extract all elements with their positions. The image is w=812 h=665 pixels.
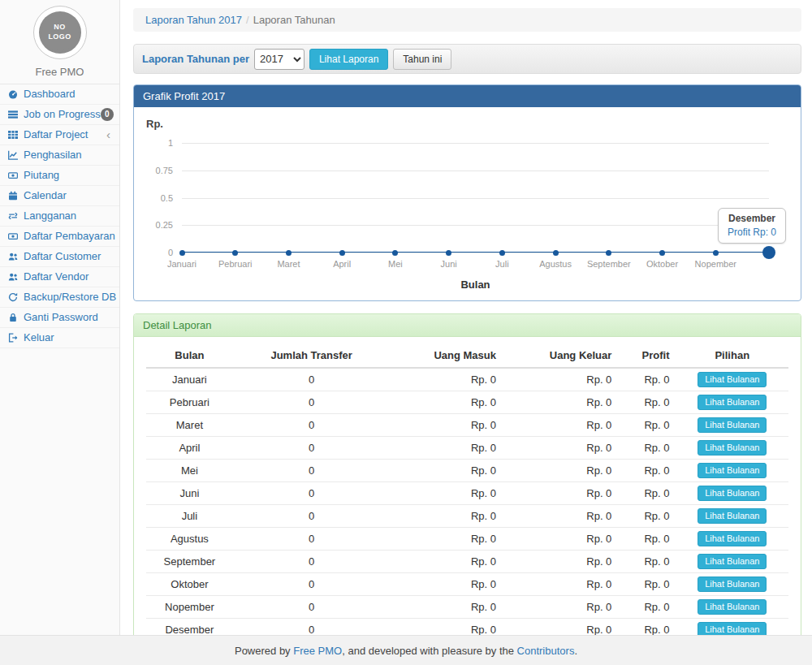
brand: NO LOGO Free PMO [0,0,119,78]
lihat-bulanan-button[interactable]: Lihat Bulanan [698,508,767,524]
detail-report-panel: Detail Laporan BulanJumlah TransferUang … [133,313,801,665]
lihat-bulanan-button[interactable]: Lihat Bulanan [698,599,767,615]
lihat-bulanan-button[interactable]: Lihat Bulanan [698,372,767,387]
cell-pilihan: Lihat Bulanan [676,573,788,596]
cell-pilihan: Lihat Bulanan [676,437,788,460]
sidebar-item-label: Job on Progress [24,108,101,121]
report-row-nopember: Nopember0Rp. 0Rp. 0Rp. 0Lihat Bulanan [146,596,788,619]
cell-uang-keluar: Rp. 0 [503,528,618,551]
chart-y-tick: 0 [140,248,173,257]
chart-point-januari[interactable] [179,250,185,256]
sidebar-item-keluar[interactable]: Keluar [0,328,119,348]
cell-uang-keluar: Rp. 0 [503,437,618,460]
chart-x-tick: April [333,259,351,269]
sidebar-item-job-on-progress[interactable]: Job on Progress0 [0,105,119,125]
chart-point-agustus[interactable] [553,250,559,256]
lihat-bulanan-button[interactable]: Lihat Bulanan [698,440,767,456]
lihat-bulanan-button[interactable]: Lihat Bulanan [698,531,767,546]
page: NO LOGO Free PMO DashboardJob on Progres… [0,0,812,665]
footer-text: Powered by Free PMO, and developed with … [235,645,577,657]
chart-point-pebruari[interactable] [232,250,238,256]
sidebar-item-dashboard[interactable]: Dashboard [0,84,119,105]
report-row-pebruari: Pebruari0Rp. 0Rp. 0Rp. 0Lihat Bulanan [146,391,788,414]
tooltip-month: Desember [728,213,776,224]
cell-bulan: Nopember [146,596,233,619]
chart-y-tick: 0.75 [140,166,173,175]
lihat-bulanan-button[interactable]: Lihat Bulanan [698,395,767,410]
report-table-header-row: BulanJumlah TransferUang MasukUang Kelua… [146,343,788,368]
chart-point-mei[interactable] [392,250,398,256]
refresh-icon [8,292,19,302]
lihat-bulanan-button[interactable]: Lihat Bulanan [698,576,767,592]
no-logo-badge: NO LOGO [39,11,81,54]
sidebar-item-label: Daftar Vendor [24,270,89,283]
cell-bulan: Juli [146,505,233,528]
sidebar-item-penghasilan[interactable]: Penghasilan [0,145,119,166]
line-chart-icon [8,150,19,160]
cell-uang-masuk: Rp. 0 [391,414,503,437]
users-icon [8,272,19,282]
breadcrumb-current: Laporan Tahunan [253,14,335,26]
filter-label: Laporan Tahunan per [142,53,249,65]
chart-point-juli[interactable] [499,250,505,256]
view-report-button[interactable]: Lihat Laporan [309,49,388,70]
this-year-button[interactable]: Tahun ini [393,49,451,70]
chart-y-tick: 0.25 [140,220,173,230]
money-icon [8,171,19,180]
sidebar-item-piutang[interactable]: Piutang [0,166,119,186]
footer-link-freepmo[interactable]: Free PMO [293,645,342,657]
chart-point-nopember[interactable] [713,250,719,256]
sidebar-item-langganan[interactable]: Langganan [0,206,119,227]
chart-point-desember[interactable] [762,246,775,259]
report-row-juni: Juni0Rp. 0Rp. 0Rp. 0Lihat Bulanan [146,482,788,505]
profit-line-chart: Rp. Desember Profit Rp: 0 10.750.50.250 … [134,107,801,300]
cell-uang-masuk: Rp. 0 [391,460,503,482]
cell-jumlah-transfer: 0 [233,505,391,528]
chart-point-april[interactable] [339,250,345,256]
sidebar: NO LOGO Free PMO DashboardJob on Progres… [0,0,120,635]
chart-x-tick: Januari [167,259,197,269]
lihat-bulanan-button[interactable]: Lihat Bulanan [698,554,767,569]
lihat-bulanan-button[interactable]: Lihat Bulanan [698,486,767,501]
footer-link-contributors[interactable]: Contributors [517,645,575,657]
report-row-januari: Januari0Rp. 0Rp. 0Rp. 0Lihat Bulanan [146,368,788,391]
chart-y-tick: 1 [140,138,173,148]
chart-plot-area: Desember Profit Rp: 0 10.750.50.250 [182,143,769,253]
sidebar-item-calendar[interactable]: Calendar [0,186,119,206]
chart-x-tick: September [587,259,631,269]
sidebar-item-daftar-pembayaran[interactable]: Daftar Pembayaran [0,227,119,247]
users-icon [8,252,19,261]
chart-point-juni[interactable] [446,250,451,256]
money-icon [8,231,19,241]
cell-pilihan: Lihat Bulanan [676,460,788,482]
sidebar-item-label: Langganan [24,209,76,222]
chart-point-maret[interactable] [286,250,292,256]
chart-gridline [182,225,769,226]
sidebar-item-backup-restore-db[interactable]: Backup/Restore DB [0,287,119,308]
breadcrumb: Laporan Tahun 2017/Laporan Tahunan [133,8,801,32]
chart-tooltip: Desember Profit Rp: 0 [718,208,786,244]
cell-profit: Rp. 0 [618,528,676,551]
breadcrumb-link-laporan-tahun[interactable]: Laporan Tahun 2017 [145,14,242,26]
chart-point-oktober[interactable] [659,250,665,256]
sidebar-item-daftar-vendor[interactable]: Daftar Vendor [0,267,119,287]
cell-profit: Rp. 0 [618,596,676,619]
chart-point-september[interactable] [606,250,611,256]
cell-uang-keluar: Rp. 0 [503,573,618,596]
cell-uang-keluar: Rp. 0 [503,391,618,414]
chart-x-tick: Juli [495,259,509,269]
sidebar-item-label: Daftar Project [24,128,88,141]
chart-panel-title: Grafik Profit 2017 [134,85,801,107]
lihat-bulanan-button[interactable]: Lihat Bulanan [698,417,767,433]
sidebar-item-ganti-password[interactable]: Ganti Password [0,308,119,328]
cell-uang-masuk: Rp. 0 [391,573,503,596]
lihat-bulanan-button[interactable]: Lihat Bulanan [698,463,767,478]
column-header-bulan: Bulan [146,343,233,368]
year-select[interactable]: 2017 [254,49,304,70]
app-logo: NO LOGO [33,6,87,59]
chevron-left-icon: ‹ [106,130,110,140]
lock-icon [8,313,19,322]
sidebar-item-daftar-project[interactable]: Daftar Project‹ [0,125,119,145]
cell-bulan: September [146,551,233,573]
sidebar-item-daftar-customer[interactable]: Daftar Customer [0,247,119,267]
